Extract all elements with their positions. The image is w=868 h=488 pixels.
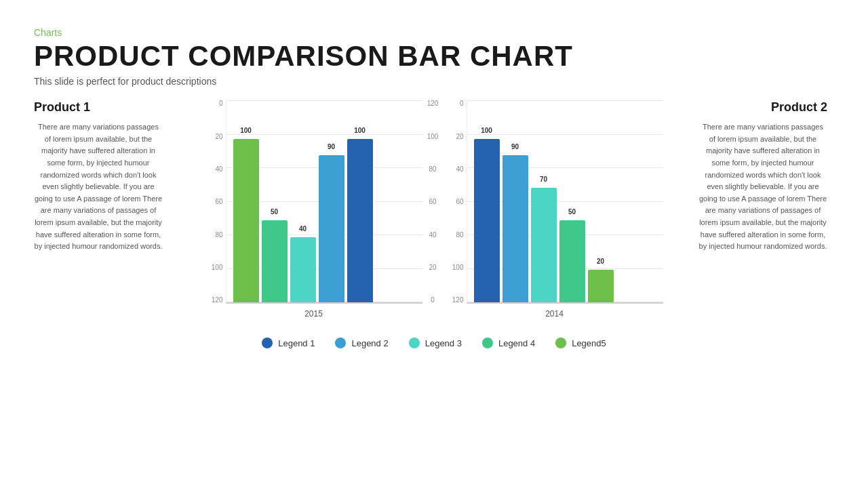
- middle-divider: 0 20 40 60 80 100 120: [422, 100, 446, 324]
- legend-dot: [409, 338, 420, 348]
- product1-title: Product 1: [34, 100, 163, 115]
- bar-group-2014: 10090705020: [474, 139, 614, 303]
- y-axis-left: 120 100 80 60 40 20 0: [205, 100, 226, 304]
- chart-2014: 120 100 80 60 40 20 0: [446, 100, 663, 324]
- legend-label: Legend 1: [278, 338, 315, 348]
- legend-item: Legend 2: [335, 338, 388, 348]
- product2-text: There are many variations passages of lo…: [698, 121, 827, 253]
- year-2015: 2015: [304, 309, 323, 319]
- product1-text: There are many variations passages of lo…: [34, 121, 163, 253]
- product2-section: Product 2 There are many variations pass…: [698, 100, 834, 253]
- header-label: Charts: [34, 27, 834, 38]
- bars-area-2014: 10090705020: [467, 100, 663, 304]
- chart-2015: 120 100 80 60 40 20 0: [205, 100, 422, 324]
- legend-dot: [335, 338, 346, 348]
- legend-label: Legend5: [572, 338, 606, 348]
- bars-area-2015: 100504090100: [226, 100, 422, 304]
- y-axis-right: 120 100 80 60 40 20 0: [446, 100, 467, 304]
- legend-label: Legend 2: [351, 338, 388, 348]
- legend-item: Legend 1: [262, 338, 315, 348]
- legend-dot: [262, 338, 273, 348]
- year-2014: 2014: [545, 309, 564, 319]
- charts-area: 120 100 80 60 40 20 0: [170, 100, 698, 348]
- legend-label: Legend 3: [425, 338, 462, 348]
- legend-item: Legend 3: [409, 338, 462, 348]
- legend-dot: [555, 338, 566, 348]
- legend-dot: [482, 338, 493, 348]
- slide: Charts PRODUCT COMPARISON BAR CHART This…: [0, 0, 868, 488]
- legend-item: Legend 4: [482, 338, 535, 348]
- legend-item: Legend5: [555, 338, 606, 348]
- subtitle: This slide is perfect for product descri…: [34, 76, 834, 87]
- legend-area: Legend 1Legend 2Legend 3Legend 4Legend5: [262, 338, 606, 348]
- legend-label: Legend 4: [498, 338, 535, 348]
- product1-section: Product 1 There are many variations pass…: [34, 100, 170, 253]
- page-title: PRODUCT COMPARISON BAR CHART: [34, 41, 834, 72]
- bar-group: 100504090100: [233, 139, 373, 303]
- product2-title: Product 2: [698, 100, 827, 115]
